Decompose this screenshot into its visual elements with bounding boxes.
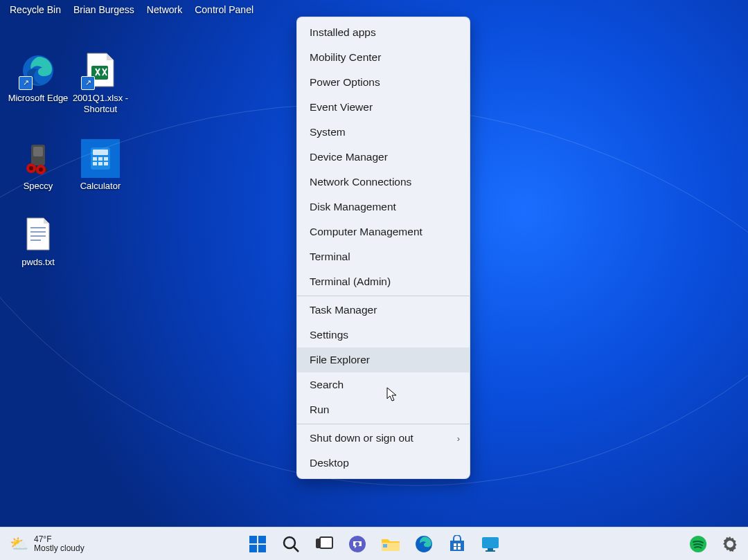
menu-item-event-viewer[interactable]: Event Viewer [297, 95, 470, 120]
start-button[interactable] [248, 534, 267, 554]
menu-item-mobility-center[interactable]: Mobility Center [297, 45, 470, 70]
taskbar-weather-widget[interactable]: ⛅ 47°F Mostly cloudy [0, 535, 84, 553]
svg-rect-34 [454, 543, 456, 546]
svg-rect-38 [482, 537, 499, 548]
file-explorer-icon[interactable] [381, 534, 400, 554]
desktop-icons-area: ↗ Microsoft Edge ↗ 2001Q1.xlsx - Shortcu… [7, 48, 132, 275]
desktop-icon-calculator[interactable]: Calculator [69, 136, 132, 199]
menu-item-search[interactable]: Search [297, 372, 470, 397]
menu-item-power-options[interactable]: Power Options [297, 70, 470, 95]
svg-rect-37 [458, 547, 461, 550]
svg-point-6 [29, 166, 33, 170]
desktop-icon-xlsx-shortcut[interactable]: ↗ 2001Q1.xlsx - Shortcut [69, 48, 132, 123]
svg-point-30 [355, 542, 359, 546]
svg-point-42 [727, 541, 733, 547]
menu-item-shut-down-or-sign-out[interactable]: Shut down or sign out› [297, 426, 470, 451]
svg-rect-21 [249, 536, 257, 543]
menu-item-file-explorer[interactable]: File Explorer [297, 347, 470, 372]
svg-rect-3 [33, 147, 43, 156]
svg-point-25 [284, 537, 295, 548]
icon-label: 2001Q1.xlsx - Shortcut [69, 93, 132, 116]
svg-rect-35 [458, 543, 461, 546]
task-view-icon[interactable] [314, 534, 334, 554]
svg-rect-32 [383, 544, 387, 548]
svg-rect-39 [488, 548, 493, 550]
desktop-icon-pwds-txt[interactable]: pwds.txt [7, 213, 69, 275]
svg-rect-28 [320, 537, 332, 548]
edge-taskbar-icon[interactable] [414, 534, 434, 554]
menu-item-system[interactable]: System [297, 120, 470, 145]
svg-rect-10 [93, 150, 108, 155]
taskbar-search-icon[interactable] [281, 534, 301, 554]
menu-item-run[interactable]: Run [297, 397, 470, 422]
label-recycle-bin[interactable]: Recycle Bin [10, 4, 61, 15]
svg-rect-13 [104, 157, 108, 161]
menu-item-computer-management[interactable]: Computer Management [297, 219, 470, 244]
icon-label: pwds.txt [7, 257, 69, 268]
taskbar: ⛅ 47°F Mostly cloudy [0, 527, 748, 560]
edge-icon: ↗ [19, 51, 57, 90]
desktop[interactable]: Recycle Bin Brian Burgess Network Contro… [0, 0, 748, 527]
shortcut-arrow-icon: ↗ [19, 76, 33, 90]
svg-point-8 [39, 168, 43, 172]
chevron-right-icon: › [457, 433, 460, 444]
svg-rect-11 [93, 157, 97, 161]
power-user-menu: Installed appsMobility CenterPower Optio… [296, 17, 470, 479]
menu-item-terminal-admin-[interactable]: Terminal (Admin) [297, 269, 470, 294]
speccy-icon [19, 139, 57, 178]
weather-icon: ⛅ [10, 536, 28, 552]
desktop-icon-labels-top: Recycle Bin Brian Burgess Network Contro… [10, 4, 253, 15]
desktop-app-icon[interactable] [481, 534, 500, 554]
store-icon[interactable] [447, 534, 467, 554]
settings-gear-icon[interactable] [720, 534, 740, 554]
svg-rect-24 [258, 545, 266, 552]
calculator-icon [81, 139, 120, 178]
taskbar-center-icons [248, 534, 500, 554]
icon-label: Calculator [69, 181, 132, 192]
chat-icon[interactable] [348, 534, 367, 554]
menu-item-device-manager[interactable]: Device Manager [297, 145, 470, 170]
spotify-icon[interactable] [688, 534, 708, 554]
menu-item-terminal[interactable]: Terminal [297, 244, 470, 269]
desktop-icon-edge[interactable]: ↗ Microsoft Edge [7, 48, 69, 123]
icon-label: Speccy [7, 181, 69, 192]
menu-item-task-manager[interactable]: Task Manager [297, 298, 470, 323]
menu-item-network-connections[interactable]: Network Connections [297, 170, 470, 195]
svg-rect-12 [98, 157, 103, 161]
excel-file-icon: ↗ [81, 51, 120, 90]
icon-label: Microsoft Edge [7, 93, 69, 104]
label-control-panel[interactable]: Control Panel [195, 4, 253, 15]
menu-divider [297, 424, 470, 424]
weather-condition: Mostly cloudy [34, 544, 84, 553]
svg-rect-14 [93, 162, 97, 165]
desktop-icon-speccy[interactable]: Speccy [7, 136, 69, 199]
shortcut-arrow-icon: ↗ [81, 76, 95, 90]
label-user-folder[interactable]: Brian Burgess [73, 4, 134, 15]
svg-rect-23 [249, 545, 257, 552]
svg-line-26 [294, 547, 299, 552]
text-file-icon [19, 215, 57, 254]
menu-item-installed-apps[interactable]: Installed apps [297, 20, 470, 45]
menu-item-desktop[interactable]: Desktop [297, 451, 470, 476]
taskbar-right-icons [688, 534, 740, 554]
menu-item-disk-management[interactable]: Disk Management [297, 195, 470, 219]
svg-rect-22 [258, 536, 266, 543]
svg-rect-15 [98, 162, 103, 165]
menu-divider [297, 296, 470, 296]
menu-item-settings[interactable]: Settings [297, 323, 470, 347]
svg-rect-36 [454, 547, 456, 550]
svg-rect-40 [486, 550, 495, 552]
label-network[interactable]: Network [147, 4, 182, 15]
svg-rect-16 [104, 162, 108, 165]
